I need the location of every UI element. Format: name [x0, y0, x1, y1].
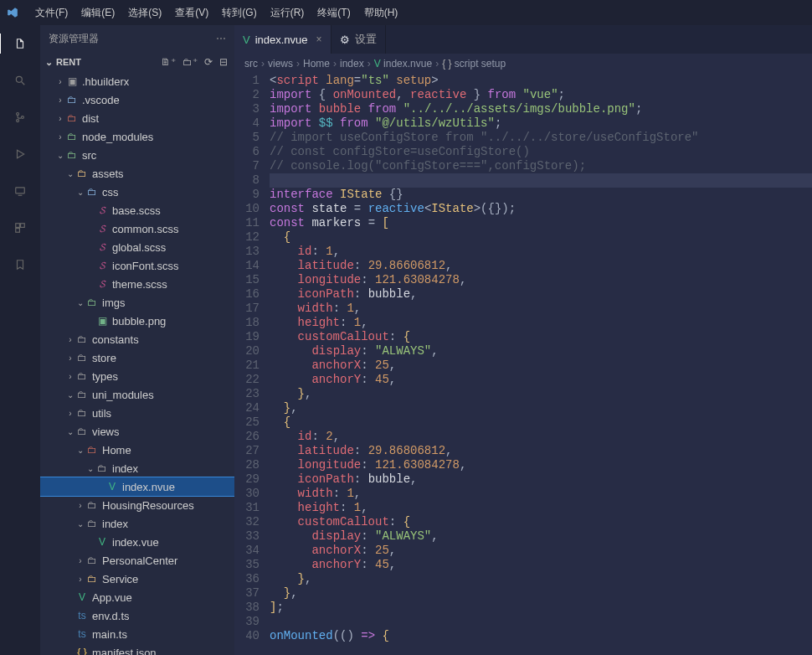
chevron-right-icon[interactable]: › [55, 114, 65, 123]
code-line[interactable]: 18 height: 1, [234, 316, 812, 330]
tree-item[interactable]: ›🗀.vscode [40, 90, 234, 109]
code-text[interactable]: height: 1, [270, 316, 812, 330]
chevron-right-icon[interactable]: › [65, 353, 75, 363]
tree-item[interactable]: ›🗀HousingResources [40, 496, 234, 514]
refresh-icon[interactable]: ⟳ [204, 56, 213, 68]
code-line[interactable]: 23 }, [234, 387, 812, 401]
chevron-right-icon[interactable]: › [55, 132, 65, 142]
code-line[interactable]: 2import { onMounted, reactive } from "vu… [234, 88, 812, 102]
code-line[interactable]: 8 [234, 173, 812, 188]
code-line[interactable]: 10const state = reactive<IState>({}); [234, 202, 812, 216]
code-text[interactable]: }, [270, 387, 812, 401]
tree-item[interactable]: 𝓢common.scss [40, 219, 234, 238]
code-text[interactable]: longitude: 121.63084278, [270, 273, 812, 287]
breadcrumb[interactable]: src›views›Home›index›V index.nvue›{ } sc… [234, 54, 812, 74]
code-text[interactable]: customCallout: { [270, 515, 812, 529]
code-text[interactable]: onMounted(() => { [270, 629, 812, 643]
code-text[interactable]: import { onMounted, reactive } from "vue… [270, 88, 812, 102]
code-line[interactable]: 5// import useConfigStore from "../../..… [234, 131, 812, 145]
chevron-down-icon[interactable]: ⌄ [45, 57, 53, 68]
code-line[interactable]: 20 display: "ALWAYS", [234, 344, 812, 358]
menu-item[interactable]: 文件(F) [28, 6, 75, 20]
chevron-right-icon[interactable]: › [75, 556, 85, 565]
code-line[interactable]: 36 }, [234, 572, 812, 586]
code-text[interactable]: <script lang="ts" setup> [270, 74, 812, 88]
tree-item[interactable]: ›🗀node_modules [40, 127, 234, 146]
code-line[interactable]: 4import $$ from "@/utils/wzUtils"; [234, 116, 812, 131]
menu-item[interactable]: 转到(G) [215, 6, 263, 20]
menu-item[interactable]: 查看(V) [168, 6, 215, 20]
chevron-right-icon[interactable]: › [75, 575, 85, 584]
code-text[interactable]: id: 2, [270, 430, 812, 444]
code-line[interactable]: 39 [234, 615, 812, 629]
code-text[interactable]: }, [270, 586, 812, 601]
code-text[interactable]: id: 1, [270, 245, 812, 259]
collapse-icon[interactable]: ⊟ [219, 56, 228, 68]
code-text[interactable]: height: 1, [270, 501, 812, 515]
tree-item[interactable]: 𝓢global.scss [40, 238, 234, 256]
code-text[interactable]: anchorX: 25, [270, 544, 812, 558]
chevron-down-icon[interactable]: ⌄ [65, 390, 75, 400]
tree-item[interactable]: ⌄🗀src [40, 146, 234, 164]
code-text[interactable]: const state = reactive<IState>({}); [270, 202, 812, 216]
file-tree[interactable]: ›▣.hbuilderx›🗀.vscode›🗀dist›🗀node_module… [40, 72, 234, 655]
chevron-right-icon[interactable]: › [75, 501, 85, 510]
new-folder-icon[interactable]: 🗀⁺ [182, 56, 198, 68]
code-text[interactable]: longitude: 121.63084278, [270, 458, 812, 472]
code-line[interactable]: 25 { [234, 415, 812, 430]
code-text[interactable]: { [270, 415, 812, 430]
activity-scm-icon[interactable] [10, 107, 30, 127]
code-text[interactable]: anchorY: 45, [270, 373, 812, 387]
tree-item[interactable]: ›🗀utils [40, 404, 234, 422]
chevron-right-icon[interactable]: › [55, 95, 65, 105]
menu-item[interactable]: 选择(S) [121, 6, 168, 20]
code-line[interactable]: 31 height: 1, [234, 501, 812, 515]
tree-item[interactable]: tsenv.d.ts [40, 606, 234, 625]
code-editor[interactable]: 1<script lang="ts" setup>2import { onMou… [234, 74, 812, 655]
code-text[interactable]: display: "ALWAYS", [270, 529, 812, 544]
tree-item[interactable]: ›🗀constants [40, 330, 234, 348]
tree-item[interactable]: 𝓢theme.scss [40, 275, 234, 293]
code-text[interactable]: width: 1, [270, 302, 812, 316]
tree-item[interactable]: ⌄🗀imgs [40, 293, 234, 312]
tree-item[interactable]: ⌄🗀uni_modules [40, 385, 234, 404]
tree-item[interactable]: 𝓢iconFont.scss [40, 256, 234, 275]
code-text[interactable]: // console.log("configStore===",configSt… [270, 159, 812, 173]
code-line[interactable]: 33 display: "ALWAYS", [234, 529, 812, 544]
code-line[interactable]: 13 id: 1, [234, 245, 812, 259]
code-line[interactable]: 34 anchorX: 25, [234, 544, 812, 558]
tree-item[interactable]: ›🗀store [40, 348, 234, 367]
tree-item[interactable]: ⌄🗀index [40, 459, 234, 477]
code-line[interactable]: 40onMounted(() => { [234, 629, 812, 643]
chevron-right-icon[interactable]: › [65, 372, 75, 381]
code-text[interactable]: anchorY: 45, [270, 558, 812, 572]
activity-run-icon[interactable] [10, 144, 30, 164]
code-line[interactable]: 16 iconPath: bubble, [234, 287, 812, 302]
code-text[interactable] [270, 615, 812, 629]
code-line[interactable]: 24 }, [234, 401, 812, 415]
breadcrumb-segment[interactable]: src [244, 58, 258, 70]
code-line[interactable]: 12 { [234, 230, 812, 245]
tree-item[interactable]: ▣bubble.png [40, 312, 234, 330]
menu-item[interactable]: 运行(R) [264, 6, 311, 20]
activity-bookmark-icon[interactable] [10, 255, 30, 275]
code-text[interactable]: import $$ from "@/utils/wzUtils"; [270, 116, 812, 131]
code-line[interactable]: 26 id: 2, [234, 430, 812, 444]
code-text[interactable]: const markers = [ [270, 216, 812, 230]
tree-item[interactable]: Vindex.nvue [40, 477, 234, 496]
code-line[interactable]: 17 width: 1, [234, 302, 812, 316]
code-line[interactable]: 29 iconPath: bubble, [234, 472, 812, 487]
code-text[interactable]: iconPath: bubble, [270, 472, 812, 487]
code-text[interactable]: display: "ALWAYS", [270, 344, 812, 358]
activity-extensions-icon[interactable] [10, 218, 30, 238]
code-line[interactable]: 15 longitude: 121.63084278, [234, 273, 812, 287]
tree-item[interactable]: Vindex.vue [40, 533, 234, 551]
code-line[interactable]: 30 width: 1, [234, 487, 812, 501]
code-line[interactable]: 32 customCallout: { [234, 515, 812, 529]
code-text[interactable]: interface IState {} [270, 188, 812, 202]
code-line[interactable]: 1<script lang="ts" setup> [234, 74, 812, 88]
close-icon[interactable]: × [316, 34, 322, 45]
code-line[interactable]: 7// console.log("configStore===",configS… [234, 159, 812, 173]
breadcrumb-segment[interactable]: Home [303, 58, 330, 70]
chevron-right-icon[interactable]: › [65, 335, 75, 344]
